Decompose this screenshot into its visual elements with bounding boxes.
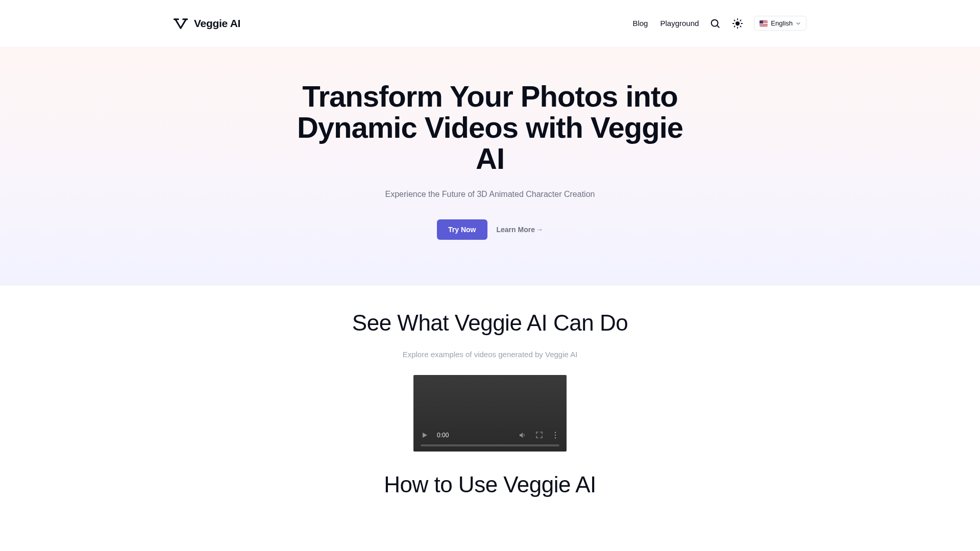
nav-links: Blog Playground	[632, 19, 699, 28]
volume-icon[interactable]	[519, 431, 527, 439]
svg-marker-12	[520, 432, 523, 438]
video-controls: 0:00	[413, 426, 567, 444]
howto-title: How to Use Veggie AI	[10, 472, 970, 497]
brand-logo-icon	[174, 16, 188, 31]
hero-actions: Try Now Learn More →	[10, 219, 970, 240]
fullscreen-icon[interactable]	[535, 431, 543, 439]
hero-subtitle: Experience the Future of 3D Animated Cha…	[10, 190, 970, 199]
play-icon[interactable]	[421, 431, 429, 439]
nav-link-playground[interactable]: Playground	[660, 19, 699, 28]
learn-more-button[interactable]: Learn More →	[497, 226, 543, 234]
svg-line-9	[734, 26, 735, 27]
examples-section: See What Veggie AI Can Do Explore exampl…	[0, 286, 980, 452]
brand[interactable]: Veggie AI	[174, 16, 240, 31]
nav-link-blog[interactable]: Blog	[632, 19, 648, 28]
svg-marker-11	[423, 433, 427, 438]
svg-point-0	[712, 19, 718, 26]
language-label: English	[771, 19, 793, 27]
video-progress-bar[interactable]	[421, 444, 559, 446]
chevron-down-icon	[796, 21, 801, 26]
header: Veggie AI Blog Playground	[0, 0, 980, 46]
examples-title: See What Veggie AI Can Do	[10, 310, 970, 336]
video-player[interactable]: 0:00	[413, 375, 567, 452]
hero-title: Transform Your Photos into Dynamic Video…	[281, 81, 699, 174]
svg-line-6	[741, 26, 741, 27]
svg-point-15	[555, 437, 556, 439]
video-time: 0:00	[437, 432, 449, 439]
svg-line-1	[717, 26, 719, 28]
more-icon[interactable]	[551, 431, 559, 439]
theme-toggle-icon[interactable]	[731, 17, 744, 30]
svg-point-14	[555, 434, 556, 436]
learn-more-label: Learn More	[497, 226, 535, 234]
svg-point-13	[555, 432, 556, 433]
flag-us-icon	[760, 20, 768, 27]
examples-subtitle: Explore examples of videos generated by …	[10, 350, 970, 359]
hero-section: Transform Your Photos into Dynamic Video…	[0, 46, 980, 286]
brand-name: Veggie AI	[194, 17, 240, 30]
howto-section: How to Use Veggie AI	[0, 452, 980, 508]
search-icon[interactable]	[709, 17, 721, 30]
svg-line-5	[734, 20, 735, 20]
language-selector[interactable]: English	[754, 16, 806, 31]
svg-line-10	[741, 20, 741, 20]
try-now-button[interactable]: Try Now	[437, 219, 487, 240]
nav-right: Blog Playground	[632, 16, 806, 31]
arrow-right-icon: →	[536, 226, 543, 234]
svg-point-2	[736, 21, 740, 25]
